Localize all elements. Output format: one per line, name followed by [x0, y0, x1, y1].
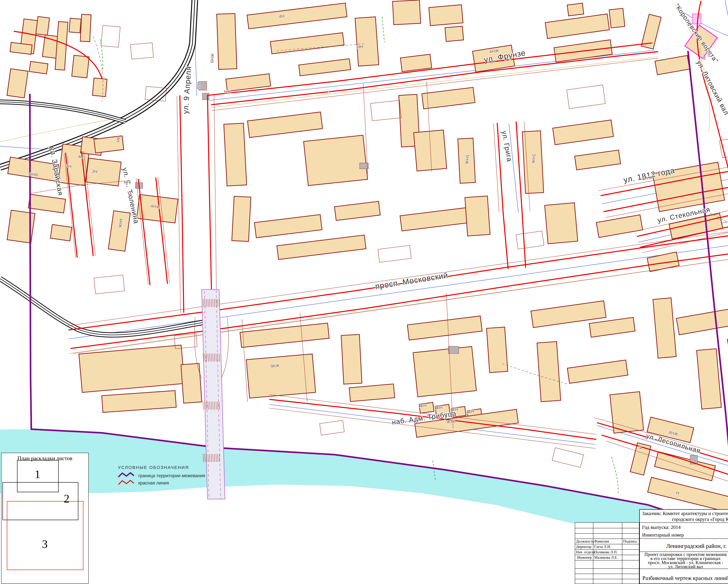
signature-table: Должность Фамилия Подпись Директор Глеза…: [575, 522, 639, 584]
building: [422, 87, 475, 109]
building: [567, 360, 628, 383]
building: [653, 298, 676, 358]
building: [465, 196, 490, 236]
black-road-inner: [0, 279, 208, 335]
project-name: Проект планировки с проектом межевания в…: [640, 552, 728, 569]
name-head: Полякова Л.П.: [594, 550, 618, 554]
building-label: НЖ: [435, 405, 443, 411]
building: [270, 33, 344, 54]
sheet-number-2: 2: [64, 492, 70, 505]
black-road: [0, 102, 125, 121]
building: [400, 207, 475, 231]
street-edge: [73, 251, 728, 354]
street-edge: [221, 317, 229, 378]
stamp-main-box: Заказчик: Комитет архитектуры и строител…: [639, 509, 728, 584]
building-label: 6НЖ: [209, 53, 215, 63]
street-label: ул. Литовский вал: [695, 59, 728, 116]
green-dashed-line: [101, 39, 103, 71]
building: [240, 323, 329, 347]
building-label: НН: [707, 50, 711, 57]
street-edge: [214, 94, 217, 311]
legend-item-boundary: граница территории межевания: [138, 473, 205, 478]
building-label: 5НЖ: [531, 154, 537, 164]
map-canvas: ул. Фрунзеул. 9 Апреляул. Зарайскаяул. С…: [0, 0, 728, 584]
building: [247, 3, 347, 29]
red-line: [156, 177, 167, 284]
building: [349, 384, 395, 401]
building-label: 9КЖ: [270, 363, 280, 368]
building-label: МН: [356, 44, 363, 50]
building: [181, 363, 202, 403]
blue-axis-line: [725, 0, 728, 121]
street-edge: [158, 177, 170, 284]
client-line1: Заказчик: Комитет архитектуры и строител…: [642, 511, 728, 516]
building: [429, 5, 463, 26]
street-label: "Королевские ворота": [674, 2, 720, 64]
structure-outline: [552, 448, 583, 468]
client-line2: городского округа «Город Калининград»: [640, 517, 728, 522]
red-line: [207, 94, 212, 311]
building: [413, 346, 476, 397]
building: [727, 331, 728, 355]
col-surname: Фамилия: [594, 539, 609, 544]
building: [299, 59, 351, 76]
sheet-rect-3: [7, 501, 83, 570]
red-line-symbol: [118, 479, 135, 486]
building: [589, 317, 635, 337]
building: [28, 194, 66, 213]
building-label: 4Н: [115, 137, 121, 143]
building-label: МН: [224, 89, 231, 94]
magenta-block: [692, 14, 701, 24]
title-block: Должность Фамилия Подпись Директор Глеза…: [575, 509, 728, 584]
sheet-number-3: 3: [42, 537, 48, 551]
building: [487, 327, 508, 372]
building: [217, 13, 237, 69]
survey-boundary: [688, 51, 728, 502]
building: [609, 8, 625, 28]
red-line: [180, 95, 184, 313]
building-label: Н: [702, 57, 707, 60]
building: [697, 349, 722, 409]
building-label: МН: [196, 82, 201, 89]
building: [7, 69, 28, 98]
building: [545, 14, 609, 38]
building: [393, 0, 421, 25]
building: [224, 123, 246, 186]
building-label: 4Н: [77, 154, 84, 160]
building: [567, 3, 584, 16]
building-label: НЖ: [419, 403, 426, 409]
building: [102, 391, 176, 413]
structure-outline: [370, 101, 401, 121]
building: [108, 211, 130, 251]
structure-outline: [130, 43, 153, 59]
role-engineer: Инженер: [577, 555, 592, 560]
bridge-hatch-tick: [203, 401, 204, 410]
building: [248, 112, 322, 138]
building-label: НЖ: [450, 407, 458, 413]
building: [69, 18, 81, 33]
building-label: Н: [327, 89, 330, 94]
building: [596, 215, 643, 238]
building-label: 9КЖ: [446, 419, 456, 424]
building: [55, 22, 68, 70]
street-label: ул. Грига: [500, 130, 514, 162]
building-label: 3Н: [66, 163, 72, 169]
legend-item-redline: красная линия: [138, 480, 169, 485]
building: [29, 61, 48, 74]
building: [414, 130, 447, 171]
sheet-layout-box: План раскладки листов 1 2 3: [1, 453, 89, 584]
tan-line: [69, 251, 728, 354]
role-head: Нач. отдела: [576, 550, 595, 554]
building: [355, 17, 379, 66]
building: [400, 54, 432, 72]
building: [654, 452, 715, 481]
name-director: Глеза Л.И.: [594, 545, 611, 549]
district-title: Ленинградский район, г. Калининград: [640, 543, 728, 549]
project-line4: ул. Литовский вал: [640, 565, 728, 569]
building: [80, 14, 91, 41]
building: [676, 308, 728, 335]
building: [334, 201, 380, 220]
structure-outline: [516, 231, 544, 249]
building: [36, 17, 50, 35]
legend-box: УСЛОВНЫЕ ОБОЗНАЧЕНИЯ граница территории …: [116, 465, 227, 491]
